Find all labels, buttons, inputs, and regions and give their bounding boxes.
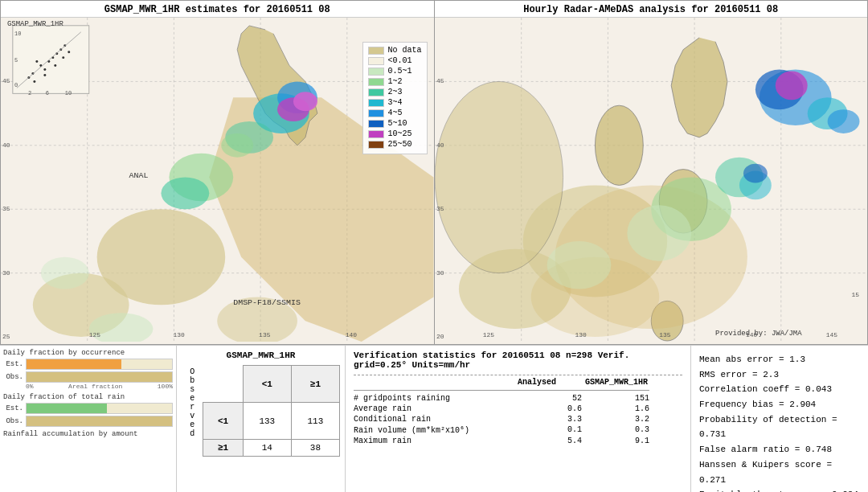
contingency-table: Observed <1 ≥1 <1 133 113 ≥1 14 38 — [182, 365, 340, 457]
stat-val-a-1: 0.6 — [518, 404, 582, 413]
legend-label-4-5: 4~5 — [387, 109, 402, 117]
svg-text:30: 30 — [436, 269, 444, 277]
bar-chart-rain: Est. Obs. — [3, 403, 173, 427]
stat-val-a-2: 3.3 — [518, 415, 582, 424]
svg-text:40: 40 — [436, 141, 444, 149]
col-header-lt1: <1 — [243, 366, 291, 403]
bar-container-est — [26, 359, 173, 370]
legend-item: 3~4 — [368, 98, 421, 107]
svg-point-36 — [43, 74, 46, 76]
svg-text:2: 2 — [28, 90, 31, 96]
svg-point-37 — [54, 64, 56, 67]
bar-row-obs: Obs. — [3, 371, 173, 383]
svg-point-35 — [33, 80, 35, 83]
svg-point-33 — [35, 60, 38, 63]
legend-label-nodata: No data — [387, 46, 421, 55]
svg-text:135: 135 — [659, 331, 671, 338]
chart-section-occurrence: Daily fraction by occurrence Est. Obs. — [3, 349, 173, 390]
left-map-title: GSMAP_MWR_1HR estimates for 20160511 08 — [1, 1, 434, 18]
stat-val-a-3: 0.1 — [518, 425, 582, 435]
svg-text:140: 140 — [346, 331, 358, 338]
axis-100: 100% — [158, 383, 173, 390]
svg-text:145: 145 — [825, 331, 837, 338]
bar-axis-1: 0% Areal fraction 100% — [3, 383, 173, 390]
chart-section-rain: Daily fraction of total rain Est. Obs. — [3, 393, 173, 427]
stat-val-g-4: 9.1 — [585, 437, 649, 445]
bar-fill-obs — [27, 372, 172, 382]
stat-label-4: Maximum rain — [354, 437, 514, 445]
legend-item: No data — [368, 46, 421, 55]
svg-text:Provided by: JWA/JMA: Provided by: JWA/JMA — [715, 330, 802, 338]
metric-1: RMS error = 2.3 — [699, 367, 860, 383]
svg-point-14 — [161, 178, 209, 210]
svg-point-39 — [68, 51, 70, 53]
col-header-analysed: Analysed — [518, 378, 582, 387]
legend-panel: No data <0.01 0.5~1 1~2 — [362, 42, 427, 154]
svg-point-86 — [547, 241, 611, 289]
svg-text:130: 130 — [173, 331, 185, 338]
stat-val-g-2: 3.2 — [585, 415, 649, 424]
axis-0: 0% — [26, 383, 34, 390]
stats-grid: Analysed GSMAP_MWR_1HR # gridpoints rain… — [354, 378, 682, 445]
stat-label-3: Rain volume (mm*km²x10⁶) — [354, 425, 514, 435]
svg-text:10: 10 — [65, 90, 72, 96]
legend-color-1-2 — [368, 78, 384, 86]
svg-text:45: 45 — [2, 77, 10, 84]
stat-label-0: # gridpoints raining — [354, 394, 514, 403]
bar-label-est: Est. — [3, 360, 23, 368]
legend-color-10-25 — [368, 130, 384, 138]
legend-color-05-1 — [368, 68, 384, 76]
legend-color-25-50 — [368, 141, 384, 149]
axis-mid: Areal fraction — [68, 383, 122, 390]
bar-row-obs2: Obs. — [3, 416, 173, 427]
svg-text:125: 125 — [482, 331, 494, 338]
contingency-title: GSMAP_MWR_1HR — [182, 351, 340, 360]
svg-point-18 — [293, 92, 317, 111]
row-header-lt1: <1 — [203, 403, 243, 440]
bar-row-est2: Est. — [3, 403, 173, 414]
svg-point-85 — [743, 164, 767, 183]
bar-container-obs2 — [26, 416, 173, 427]
bottom-row: Daily fraction by occurrence Est. Obs. — [0, 346, 868, 492]
legend-color-3-4 — [368, 99, 384, 107]
right-map-content: 45 40 35 30 20 125 130 135 140 145 15 Pr… — [435, 18, 868, 342]
stats-title: Verification statistics for 20160511 08 … — [354, 351, 682, 370]
svg-text:20: 20 — [436, 333, 444, 340]
bar-chart-occurrence: Est. Obs. — [3, 359, 173, 383]
stats-panel: Verification statistics for 20160511 08 … — [346, 346, 691, 492]
legend-label-10-25: 10~25 — [387, 129, 411, 138]
legend-item: 10~25 — [368, 129, 421, 138]
legend-label-5-10: 5~10 — [387, 119, 407, 128]
svg-point-38 — [62, 56, 64, 59]
legend-label-05-1: 0.5~1 — [387, 67, 411, 76]
legend-item: 0.5~1 — [368, 67, 421, 76]
bar-row-est: Est. — [3, 359, 173, 370]
col-header-gsmap: GSMAP_MWR_1HR — [585, 378, 649, 387]
cell-b: 113 — [291, 403, 339, 440]
legend-color-4-5 — [368, 109, 384, 117]
svg-text:5: 5 — [14, 57, 18, 64]
left-map-panel: GSMAP_MWR_1HR estimates for 20160511 08 — [0, 0, 434, 345]
metric-0: Mean abs error = 1.3 — [699, 352, 860, 367]
svg-text:0: 0 — [14, 82, 18, 88]
stat-label-1: Average rain — [354, 404, 514, 413]
stat-label-2: Conditional rain — [354, 415, 514, 424]
metric-6: Hanssen & Kuipers score = 0.271 — [699, 457, 860, 487]
maps-row: GSMAP_MWR_1HR estimates for 20160511 08 — [0, 0, 868, 346]
svg-text:130: 130 — [575, 331, 587, 338]
chart-title-2: Daily fraction of total rain — [3, 393, 173, 401]
right-map-svg: 45 40 35 30 20 125 130 135 140 145 15 Pr… — [435, 18, 868, 342]
legend-color-lt001 — [368, 57, 384, 65]
stat-val-g-1: 1.6 — [585, 404, 649, 413]
left-map-content: 0 5 10 2 6 10 45 40 35 30 25 125 130 135… — [1, 18, 434, 342]
svg-point-82 — [827, 109, 859, 133]
svg-point-22 — [41, 257, 89, 289]
bar-fill-obs2 — [27, 416, 172, 426]
metric-2: Correlation coeff = 0.043 — [699, 382, 860, 397]
bar-container-obs — [26, 371, 173, 383]
metric-3: Frequency bias = 2.904 — [699, 397, 860, 412]
right-map-panel: Hourly Radar-AMeDAS analysis for 2016051… — [434, 0, 869, 345]
svg-text:40: 40 — [2, 141, 10, 149]
svg-text:45: 45 — [436, 77, 444, 84]
metric-5: False alarm ratio = 0.748 — [699, 442, 860, 457]
